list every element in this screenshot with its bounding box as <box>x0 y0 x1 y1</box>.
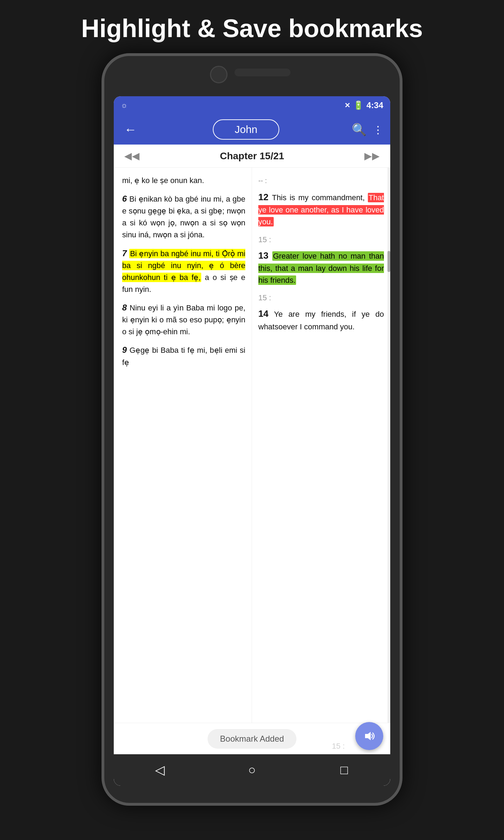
bible-content: mi, ẹ ko le ṣe onun kan. 6 Bi ẹnikan kò … <box>114 168 390 723</box>
status-wifi-icon: ☼ <box>121 101 128 110</box>
bookmark-toast: Bookmark Added <box>208 729 297 749</box>
android-nav-bar: ◁ ○ □ <box>114 754 390 786</box>
verse-8: 8 Ninu eyi li a yìn Baba mi logo pe, ki … <box>122 301 245 338</box>
verse-12-intro: This is my commandment, <box>272 193 368 202</box>
verse-8-number: 8 <box>122 303 130 312</box>
verse-14: 14 Ye are my friends, if ye do whatsoeve… <box>258 307 384 332</box>
chapter-navigation: ◀◀ Chapter 15/21 ▶▶ <box>114 145 390 168</box>
prev-chapter-button[interactable]: ◀◀ <box>124 150 140 162</box>
back-button[interactable]: ← <box>121 120 140 139</box>
verse-9-number: 9 <box>122 345 130 355</box>
right-column: -- : 12 This is my commandment, That ye … <box>252 168 390 723</box>
verse-6-number: 6 <box>122 194 130 203</box>
verse-7: 7 Bi ẹnyin ba ngbé inu mi, ti Ọ̀rọ̀ mi b… <box>122 247 245 295</box>
status-bar: ☼ ✕ 🔋 4:34 <box>114 96 390 114</box>
speaker-icon <box>362 729 376 743</box>
continued-text-left: mi, ẹ ko le ṣe onun kan. <box>122 175 245 187</box>
scroll-bar <box>387 168 390 723</box>
chapter-title: Chapter 15/21 <box>220 150 284 162</box>
more-options-button[interactable]: ⋮ <box>373 124 383 136</box>
svg-marker-0 <box>365 732 371 740</box>
book-title-pill[interactable]: John <box>213 119 279 140</box>
search-button[interactable]: 🔍 <box>352 122 366 136</box>
verse-12-number: 12 <box>258 192 272 202</box>
android-home-button[interactable]: ○ <box>240 758 264 782</box>
app-header: ← John 🔍 ⋮ <box>114 114 390 145</box>
android-back-button[interactable]: ◁ <box>148 758 172 782</box>
header-action-icons: 🔍 ⋮ <box>352 122 383 136</box>
next-chapter-button[interactable]: ▶▶ <box>364 150 380 162</box>
verse-13: 13 Greater love hath no man than this, t… <box>258 248 384 286</box>
verse-8-text: Ninu eyi li a yìn Baba mi logo pe, ki ẹn… <box>122 303 245 336</box>
verse-9-text: Gẹgẹ bi Baba ti fẹ mi, bẹli emi si fẹ <box>122 346 245 366</box>
scroll-thumb[interactable] <box>387 251 390 272</box>
left-column: mi, ẹ ko le ṣe onun kan. 6 Bi ẹnikan kò … <box>114 168 252 723</box>
status-time: 4:34 <box>366 100 383 110</box>
earpiece <box>234 69 290 76</box>
separator-1: 15 : <box>258 234 384 246</box>
signal-icon: ✕ <box>344 101 350 110</box>
verse-13-highlighted: Greater love hath no man than this, that… <box>258 251 384 285</box>
dash-continuation: -- : <box>258 177 267 184</box>
phone-device: ☼ ✕ 🔋 4:34 ← John 🔍 ⋮ ◀◀ Chapter 15/21 ▶… <box>102 53 402 806</box>
page-overlay-text: 15 : <box>332 742 345 751</box>
separator-2: 15 : <box>258 292 384 304</box>
audio-fab-button[interactable] <box>355 722 383 750</box>
verse-9: 9 Gẹgẹ bi Baba ti fẹ mi, bẹli emi si fẹ <box>122 343 245 368</box>
page-title: Highlight & Save bookmarks <box>0 0 504 53</box>
verse-6: 6 Bi ẹnikan kò ba gbé inu mi, a gbe e sọ… <box>122 192 245 241</box>
bottom-bar: Bookmark Added 15 : <box>114 723 390 754</box>
verse-6-text: Bi ẹnikan kò ba gbé inu mi, a gbe e sọnu… <box>122 195 245 239</box>
verse-14-text: Ye are my friends, if ye do whatsoever I… <box>258 310 384 331</box>
verse-13-number: 13 <box>258 250 272 261</box>
verse-14-number: 14 <box>258 308 268 319</box>
verse-12: 12 This is my commandment, That ye love … <box>258 190 384 228</box>
phone-screen: ☼ ✕ 🔋 4:34 ← John 🔍 ⋮ ◀◀ Chapter 15/21 ▶… <box>114 96 390 786</box>
continued-text-right: -- : <box>258 175 384 187</box>
camera-notch <box>210 66 227 83</box>
continued-text: mi, ẹ ko le ṣe onun kan. <box>122 176 204 185</box>
verse-7-number: 7 <box>122 248 129 258</box>
android-recents-button[interactable]: □ <box>332 758 356 782</box>
battery-icon: 🔋 <box>353 100 364 110</box>
